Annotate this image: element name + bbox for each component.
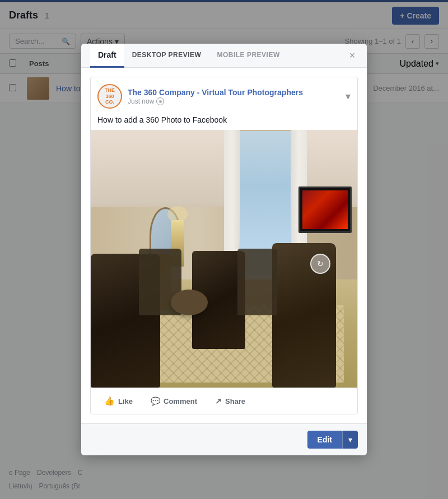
comment-label: Comment	[164, 397, 197, 405]
like-icon: 👍	[104, 396, 115, 406]
tab-desktop-preview[interactable]: DESKTOP PREVIEW	[124, 44, 209, 67]
post-action-bar: 👍 Like 💬 Comment ↗ Share	[91, 388, 357, 414]
chevron-down-icon: ▾	[348, 435, 352, 444]
page-name-link[interactable]: The 360 Company - Virtual Tour Photograp…	[128, 88, 303, 97]
edit-dropdown-button[interactable]: ▾	[342, 431, 358, 449]
chair-far-right	[237, 249, 277, 316]
modal-body: THE360CO. The 360 Company - Virtual Tour…	[81, 68, 367, 423]
facebook-post-preview: THE360CO. The 360 Company - Virtual Tour…	[90, 77, 358, 414]
post-time: Just now ⊕	[128, 97, 340, 105]
post-dropdown-icon[interactable]: ▾	[346, 90, 351, 102]
television	[298, 186, 352, 233]
room-interior: ↻	[91, 130, 357, 388]
time-label: Just now	[128, 97, 154, 105]
share-button[interactable]: ↗ Share	[208, 393, 252, 409]
tab-draft[interactable]: Draft	[90, 44, 124, 68]
comment-icon: 💬	[151, 397, 160, 405]
tab-mobile-preview[interactable]: MOBILE PREVIEW	[209, 44, 287, 67]
edit-button[interactable]: Edit	[307, 431, 342, 449]
like-button[interactable]: 👍 Like	[97, 393, 139, 409]
post-image: ↻	[91, 130, 357, 388]
comment-button[interactable]: 💬 Comment	[144, 393, 204, 409]
tv-screen	[302, 190, 348, 229]
navigation-circle-icon[interactable]: ↻	[310, 254, 330, 274]
preview-modal: Draft DESKTOP PREVIEW MOBILE PREVIEW × T…	[81, 44, 367, 455]
share-icon: ↗	[215, 397, 222, 405]
modal-close-button[interactable]: ×	[344, 48, 360, 63]
modal-tabs: Draft DESKTOP PREVIEW MOBILE PREVIEW ×	[81, 44, 367, 68]
share-label: Share	[225, 397, 245, 405]
post-meta: The 360 Company - Virtual Tour Photograp…	[128, 87, 340, 105]
globe-privacy-icon: ⊕	[156, 97, 164, 105]
modal-footer: Edit ▾	[81, 423, 367, 455]
post-header: THE360CO. The 360 Company - Virtual Tour…	[91, 77, 357, 113]
post-text: How to add a 360 Photo to Facebook	[91, 113, 357, 130]
like-label: Like	[118, 397, 133, 405]
page-avatar: THE360CO.	[97, 84, 122, 109]
modal-overlay: Draft DESKTOP PREVIEW MOBILE PREVIEW × T…	[0, 0, 448, 499]
avatar-text: THE360CO.	[105, 87, 115, 105]
page-background: Drafts 1 + Create Search... 🔍 Actions ▾ …	[0, 0, 448, 499]
